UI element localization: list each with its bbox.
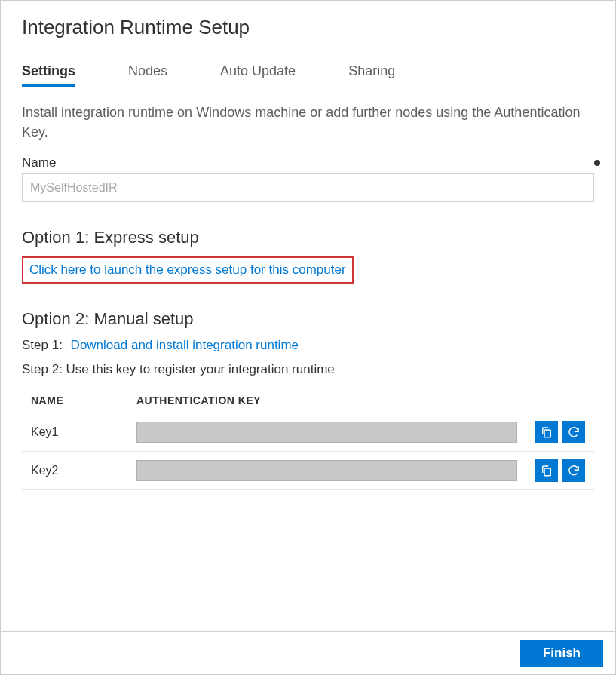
express-setup-highlight: Click here to launch the express setup f… — [22, 256, 354, 284]
name-label: Name — [22, 155, 56, 170]
tab-bar: Settings Nodes Auto Update Sharing — [22, 57, 594, 86]
copy-icon[interactable] — [535, 421, 558, 443]
auth-key-table: NAME AUTHENTICATION KEY Key1 — [22, 388, 594, 490]
key1-name: Key1 — [22, 413, 127, 452]
express-setup-link[interactable]: Click here to launch the express setup f… — [29, 262, 346, 277]
refresh-icon[interactable] — [562, 459, 585, 482]
tab-nodes[interactable]: Nodes — [128, 57, 167, 85]
table-row: Key1 — [22, 413, 594, 452]
tab-sharing[interactable]: Sharing — [348, 57, 395, 85]
page-title: Integration Runtime Setup — [22, 16, 594, 39]
info-icon[interactable] — [594, 160, 600, 166]
option2-header: Option 2: Manual setup — [22, 309, 594, 329]
tab-auto-update[interactable]: Auto Update — [220, 57, 296, 85]
instruction-text: Install integration runtime on Windows m… — [22, 103, 594, 142]
copy-icon[interactable] — [535, 459, 558, 482]
step2-line: Step 2: Use this key to register your in… — [22, 362, 594, 377]
key2-name: Key2 — [22, 452, 127, 490]
refresh-icon[interactable] — [562, 421, 585, 443]
key2-value[interactable] — [136, 460, 517, 481]
svg-rect-0 — [544, 430, 550, 437]
name-input[interactable] — [22, 173, 594, 202]
step1-line: Step 1: Download and install integration… — [22, 338, 594, 353]
col-auth-key: AUTHENTICATION KEY — [127, 388, 526, 413]
tab-settings[interactable]: Settings — [22, 57, 75, 85]
key1-value[interactable] — [136, 422, 517, 443]
table-row: Key2 — [22, 452, 594, 490]
col-name: NAME — [22, 388, 127, 413]
footer: Finish — [1, 631, 615, 674]
option1-header: Option 1: Express setup — [22, 228, 594, 247]
finish-button[interactable]: Finish — [520, 640, 603, 667]
download-runtime-link[interactable]: Download and install integration runtime — [71, 338, 299, 352]
step1-prefix: Step 1: — [22, 338, 63, 352]
svg-rect-1 — [544, 468, 550, 476]
